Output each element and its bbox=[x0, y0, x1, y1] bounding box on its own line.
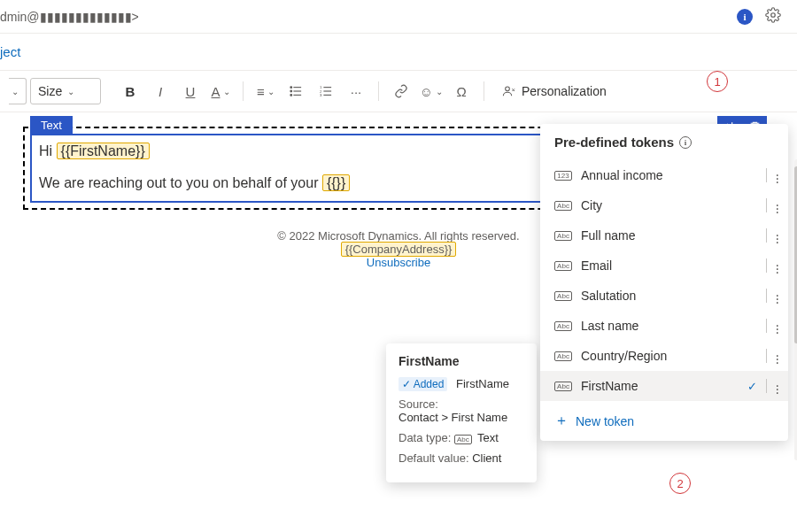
detail-added-row: ✓ Added FirstName bbox=[398, 377, 524, 390]
from-address: dmin@▮▮▮▮▮▮▮▮▮▮▮▮▮> bbox=[0, 10, 139, 24]
emoji-button[interactable]: ☺⌄ bbox=[418, 78, 445, 104]
font-color-button[interactable]: A⌄ bbox=[207, 78, 234, 104]
token-row[interactable]: AbcCountry/Region··· bbox=[540, 341, 788, 371]
row-divider bbox=[766, 168, 767, 182]
email-header: dmin@▮▮▮▮▮▮▮▮▮▮▮▮▮> i bbox=[0, 0, 797, 34]
row-divider bbox=[766, 379, 767, 393]
row-divider bbox=[766, 319, 767, 333]
token-label: FirstName bbox=[581, 379, 739, 393]
added-badge: ✓ Added bbox=[398, 377, 447, 391]
new-token-button[interactable]: ＋ New token bbox=[540, 401, 788, 441]
callout-2: 2 bbox=[669, 473, 691, 494]
toolbar-divider bbox=[243, 81, 244, 101]
svg-point-13 bbox=[506, 87, 510, 91]
italic-button[interactable]: I bbox=[147, 78, 174, 104]
type-badge-icon: Abc bbox=[554, 261, 572, 271]
row-divider bbox=[766, 289, 767, 303]
svg-point-1 bbox=[290, 87, 292, 89]
toolbar-divider bbox=[484, 81, 484, 101]
more-vertical-icon[interactable]: ··· bbox=[776, 382, 779, 391]
token-row[interactable]: AbcSalutation··· bbox=[540, 281, 788, 311]
more-vertical-icon[interactable]: ··· bbox=[776, 291, 779, 301]
token-label: Email bbox=[581, 258, 757, 273]
personalization-button[interactable]: Personalization bbox=[493, 84, 615, 98]
tokens-panel-title: Pre-defined tokensi bbox=[540, 124, 788, 160]
type-badge-icon: Abc bbox=[554, 382, 572, 391]
token-label: Salutation bbox=[581, 289, 757, 303]
token-label: City bbox=[581, 198, 757, 212]
subject-input[interactable]: ject bbox=[0, 34, 797, 71]
token-label: Full name bbox=[581, 228, 757, 243]
detail-default: Default value: Client bbox=[398, 451, 524, 465]
detail-title: FirstName bbox=[398, 354, 524, 368]
bullet-list-button[interactable] bbox=[282, 78, 309, 104]
companyaddress-token[interactable]: {{CompanyAddress}} bbox=[341, 242, 457, 257]
font-family-select[interactable]: ⌄ bbox=[9, 78, 27, 104]
type-badge-icon: Abc bbox=[554, 231, 572, 241]
detail-datatype: Data type: Abc Text bbox=[398, 431, 524, 444]
omega-button[interactable]: Ω bbox=[448, 78, 475, 104]
plus-icon: ＋ bbox=[554, 412, 569, 430]
callout-1: 1 bbox=[707, 71, 728, 92]
token-label: Country/Region bbox=[581, 349, 757, 363]
type-badge-icon: 123 bbox=[554, 171, 572, 181]
tokens-list: 123Annual income···AbcCity···AbcFull nam… bbox=[540, 160, 788, 401]
svg-point-5 bbox=[290, 95, 292, 96]
more-vertical-icon[interactable]: ··· bbox=[776, 231, 779, 241]
svg-point-0 bbox=[771, 13, 776, 18]
more-button[interactable]: ··· bbox=[343, 78, 369, 104]
block-type-tag: Text bbox=[30, 116, 73, 135]
token-row[interactable]: AbcEmail··· bbox=[540, 251, 788, 281]
info-icon[interactable]: i bbox=[737, 9, 753, 25]
firstname-token[interactable]: {{FirstName}} bbox=[57, 143, 150, 159]
more-vertical-icon[interactable]: ··· bbox=[776, 351, 779, 361]
more-vertical-icon[interactable]: ··· bbox=[776, 261, 779, 271]
header-actions: i bbox=[737, 7, 781, 26]
info-outline-icon[interactable]: i bbox=[679, 136, 692, 149]
detail-source: Source: Contact > First Name bbox=[398, 397, 524, 424]
more-vertical-icon[interactable]: ··· bbox=[776, 171, 779, 181]
token-row[interactable]: AbcLast name··· bbox=[540, 311, 788, 341]
token-label: Annual income bbox=[581, 168, 757, 182]
token-detail-card: FirstName ✓ Added FirstName Source: Cont… bbox=[386, 343, 537, 482]
row-divider bbox=[766, 198, 767, 212]
more-vertical-icon[interactable]: ··· bbox=[776, 201, 779, 211]
row-divider bbox=[766, 349, 767, 363]
row-divider bbox=[766, 258, 767, 273]
svg-point-3 bbox=[290, 90, 292, 92]
toolbar-divider bbox=[378, 81, 379, 101]
token-row[interactable]: AbcFull name··· bbox=[540, 220, 788, 251]
format-toolbar: ⌄ Size⌄ B I U A⌄ ≡⌄ 123 ··· ☺⌄ Ω Persona… bbox=[0, 71, 797, 112]
token-row[interactable]: AbcCity··· bbox=[540, 190, 788, 220]
number-list-button[interactable]: 123 bbox=[313, 78, 339, 104]
gear-icon[interactable] bbox=[765, 7, 781, 26]
tokens-panel: Pre-defined tokensi 123Annual income···A… bbox=[540, 124, 788, 441]
token-label: Last name bbox=[581, 319, 757, 333]
more-vertical-icon[interactable]: ··· bbox=[776, 321, 779, 331]
type-badge-icon: Abc bbox=[554, 291, 572, 301]
type-badge-icon: Abc bbox=[554, 201, 572, 211]
type-badge-icon: Abc bbox=[554, 321, 572, 331]
empty-token[interactable]: {{}} bbox=[322, 174, 350, 191]
link-button[interactable] bbox=[388, 78, 414, 104]
type-badge-icon: Abc bbox=[554, 351, 572, 361]
token-row[interactable]: AbcFirstName✓··· bbox=[540, 371, 788, 401]
token-row[interactable]: 123Annual income··· bbox=[540, 160, 788, 190]
row-divider bbox=[766, 228, 767, 243]
font-size-select[interactable]: Size⌄ bbox=[30, 78, 101, 104]
check-icon: ✓ bbox=[747, 380, 757, 393]
underline-button[interactable]: U bbox=[177, 78, 204, 104]
align-button[interactable]: ≡⌄ bbox=[252, 78, 279, 104]
bold-button[interactable]: B bbox=[117, 78, 143, 104]
svg-text:3: 3 bbox=[320, 93, 322, 97]
